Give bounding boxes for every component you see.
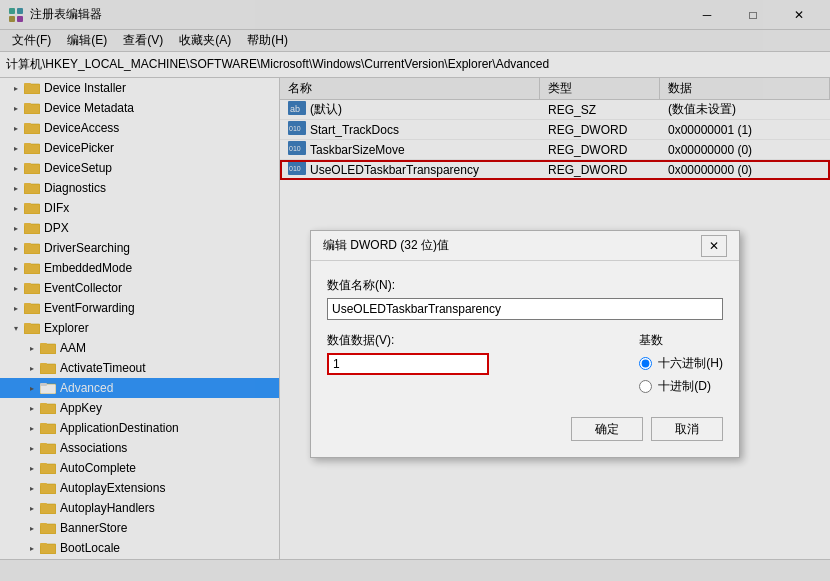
value-type-icon: 010 — [288, 161, 306, 178]
menu-help[interactable]: 帮助(H) — [239, 30, 296, 51]
menu-view[interactable]: 查看(V) — [115, 30, 171, 51]
tree-item[interactable]: ▸ BannerStore — [0, 518, 279, 538]
app-icon — [8, 7, 24, 23]
col-header-type[interactable]: 类型 — [540, 78, 660, 99]
tree-expand-icon[interactable]: ▸ — [8, 140, 24, 156]
value-row[interactable]: 010UseOLEDTaskbarTransparencyREG_DWORD0x… — [280, 160, 830, 180]
edit-dword-dialog[interactable]: 编辑 DWORD (32 位)值 ✕ 数值名称(N): 数值数据(V): 基数 … — [310, 230, 740, 458]
dec-radio-label[interactable]: 十进制(D) — [639, 378, 723, 395]
tree-expand-icon[interactable]: ▸ — [8, 160, 24, 176]
close-button[interactable]: ✕ — [776, 0, 822, 30]
tree-panel: ▸ Device Installer▸ Device Metadata▸ Dev… — [0, 78, 280, 559]
value-name-label: 数值名称(N): — [327, 277, 723, 294]
folder-icon — [24, 200, 40, 217]
tree-item[interactable]: ▸ Device Installer — [0, 78, 279, 98]
tree-item[interactable]: ▸ DriverSearching — [0, 238, 279, 258]
value-row[interactable]: 010TaskbarSizeMoveREG_DWORD0x00000000 (0… — [280, 140, 830, 160]
tree-expand-icon[interactable]: ▸ — [8, 80, 24, 96]
tree-item[interactable]: ▸ Diagnostics — [0, 178, 279, 198]
folder-icon — [40, 420, 56, 437]
tree-expand-icon[interactable]: ▸ — [8, 180, 24, 196]
tree-expand-icon[interactable]: ▸ — [24, 360, 40, 376]
tree-expand-icon[interactable]: ▸ — [24, 440, 40, 456]
tree-item[interactable]: ▸ EmbeddedMode — [0, 258, 279, 278]
tree-item[interactable]: ▸ Advanced — [0, 378, 279, 398]
svg-rect-36 — [24, 283, 31, 286]
menu-file[interactable]: 文件(F) — [4, 30, 59, 51]
tree-expand-icon[interactable]: ▸ — [8, 100, 24, 116]
tree-expand-icon[interactable]: ▸ — [8, 120, 24, 136]
tree-item[interactable]: ▸ AppKey — [0, 398, 279, 418]
tree-item[interactable]: ▸ DPX — [0, 218, 279, 238]
tree-expand-icon[interactable]: ▸ — [8, 220, 24, 236]
tree-item[interactable]: ▸ DeviceSetup — [0, 158, 279, 178]
tree-expand-icon[interactable]: ▾ — [8, 320, 24, 336]
tree-item-label: DIFx — [44, 201, 69, 215]
dialog-close-button[interactable]: ✕ — [701, 235, 727, 257]
tree-expand-icon[interactable]: ▸ — [24, 380, 40, 396]
dec-radio[interactable] — [639, 380, 652, 393]
tree-item[interactable]: ▸ Device Metadata — [0, 98, 279, 118]
value-data-cell: 0x00000000 (0) — [660, 140, 830, 159]
cancel-button[interactable]: 取消 — [651, 417, 723, 441]
value-type-cell: REG_DWORD — [540, 140, 660, 159]
tree-item[interactable]: ▸ ActivateTimeout — [0, 358, 279, 378]
value-row[interactable]: 010Start_TrackDocsREG_DWORD0x00000001 (1… — [280, 120, 830, 140]
tree-item[interactable]: ▸ AAM — [0, 338, 279, 358]
tree-expand-icon[interactable]: ▸ — [8, 200, 24, 216]
hex-radio-label[interactable]: 十六进制(H) — [639, 355, 723, 372]
tree-item[interactable]: ▾ Explorer — [0, 318, 279, 338]
tree-expand-icon[interactable]: ▸ — [24, 500, 40, 516]
tree-item[interactable]: ▸ ApplicationDestination — [0, 418, 279, 438]
menu-favorites[interactable]: 收藏夹(A) — [171, 30, 239, 51]
hex-radio[interactable] — [639, 357, 652, 370]
minimize-button[interactable]: ─ — [684, 0, 730, 30]
folder-icon — [24, 180, 40, 197]
tree-expand-icon[interactable]: ▸ — [24, 460, 40, 476]
value-row[interactable]: ab(默认)REG_SZ(数值未设置) — [280, 100, 830, 120]
maximize-button[interactable]: □ — [730, 0, 776, 30]
tree-item[interactable]: ▸ Associations — [0, 438, 279, 458]
ok-button[interactable]: 确定 — [571, 417, 643, 441]
svg-text:010: 010 — [289, 165, 301, 172]
tree-expand-icon[interactable]: ▸ — [24, 340, 40, 356]
menu-edit[interactable]: 编辑(E) — [59, 30, 115, 51]
value-data-section: 数值数据(V): — [327, 332, 623, 375]
tree-item[interactable]: ▸ DIFx — [0, 198, 279, 218]
folder-icon — [40, 440, 56, 457]
tree-expand-icon[interactable]: ▸ — [24, 400, 40, 416]
tree-item-label: AAM — [60, 341, 86, 355]
tree-item[interactable]: ▸ EventCollector — [0, 278, 279, 298]
tree-item[interactable]: ▸ AutoplayHandlers — [0, 498, 279, 518]
tree-item[interactable]: ▸ AutoplayExtensions — [0, 478, 279, 498]
value-name-input[interactable] — [327, 298, 723, 320]
tree-item[interactable]: ▸ AutoComplete — [0, 458, 279, 478]
tree-item[interactable]: ▸ BrokerExtensions — [0, 558, 279, 559]
tree-item[interactable]: ▸ DeviceAccess — [0, 118, 279, 138]
tree-expand-icon[interactable]: ▸ — [24, 480, 40, 496]
tree-item-label: Device Installer — [44, 81, 126, 95]
value-name-cell: 010UseOLEDTaskbarTransparency — [280, 160, 540, 179]
tree-item[interactable]: ▸ BootLocale — [0, 538, 279, 558]
col-header-name[interactable]: 名称 — [280, 78, 540, 99]
tree-expand-icon[interactable]: ▸ — [8, 240, 24, 256]
svg-rect-33 — [24, 263, 31, 266]
window-controls: ─ □ ✕ — [684, 0, 822, 30]
tree-expand-icon[interactable]: ▸ — [24, 540, 40, 556]
value-data-input[interactable] — [327, 353, 489, 375]
tree-expand-icon[interactable]: ▸ — [8, 280, 24, 296]
folder-icon — [24, 260, 40, 277]
tree-item-label: EventCollector — [44, 281, 122, 295]
col-header-data[interactable]: 数据 — [660, 78, 830, 99]
tree-item[interactable]: ▸ EventForwarding — [0, 298, 279, 318]
value-type-icon: 010 — [288, 121, 306, 138]
tree-expand-icon[interactable]: ▸ — [8, 260, 24, 276]
svg-rect-1 — [17, 8, 23, 14]
tree-expand-icon[interactable]: ▸ — [24, 520, 40, 536]
tree-expand-icon[interactable]: ▸ — [8, 300, 24, 316]
value-type-cell: REG_DWORD — [540, 120, 660, 139]
tree-item[interactable]: ▸ DevicePicker — [0, 138, 279, 158]
tree-expand-icon[interactable]: ▸ — [24, 420, 40, 436]
svg-rect-66 — [40, 483, 47, 486]
value-type-cell: REG_SZ — [540, 100, 660, 119]
